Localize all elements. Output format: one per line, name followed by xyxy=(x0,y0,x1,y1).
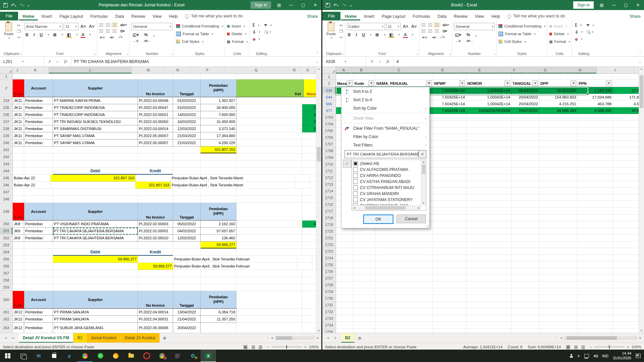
cell[interactable] xyxy=(375,288,433,295)
cell[interactable] xyxy=(302,270,317,277)
cell[interactable]: 16/03/2022 xyxy=(173,118,201,125)
column-header[interactable]: B xyxy=(352,67,371,73)
row-header[interactable]: 1722 xyxy=(322,241,336,248)
cell[interactable] xyxy=(53,270,138,277)
tab-insert[interactable]: Insert xyxy=(360,12,378,20)
cell[interactable]: 44.985.384 xyxy=(539,107,578,114)
alignment-dialog-launcher-icon[interactable]: ↘ xyxy=(126,53,129,56)
cell[interactable] xyxy=(173,146,201,154)
cell[interactable]: 59.956.277 xyxy=(138,263,173,270)
cell[interactable] xyxy=(512,268,539,275)
cell[interactable] xyxy=(466,161,512,168)
filter-dropdown-icon[interactable] xyxy=(504,80,510,86)
cell[interactable] xyxy=(578,154,613,161)
cell[interactable]: 4.948.392 xyxy=(578,107,613,114)
cell[interactable]: 05/02/2022 xyxy=(173,221,201,228)
row-header[interactable]: 255 xyxy=(0,256,13,263)
cell[interactable] xyxy=(539,201,578,208)
cell[interactable]: Debit xyxy=(53,168,138,175)
cell[interactable] xyxy=(466,241,512,248)
filter-active-icon[interactable] xyxy=(426,80,432,86)
cell[interactable]: Kode xyxy=(13,203,24,221)
column-header[interactable]: P xyxy=(191,67,224,73)
cell[interactable] xyxy=(539,127,578,134)
cell[interactable] xyxy=(302,168,317,175)
cell[interactable] xyxy=(302,203,317,221)
sort-a-to-z-item[interactable]: AZ↓Sort A to Z xyxy=(341,87,429,96)
cell[interactable] xyxy=(539,208,578,215)
cell[interactable] xyxy=(295,182,310,189)
cell[interactable] xyxy=(466,268,512,275)
tab-file[interactable]: File xyxy=(322,12,340,20)
tab-view[interactable]: View xyxy=(471,12,488,20)
taskbar-store[interactable] xyxy=(46,350,62,362)
cell[interactable] xyxy=(433,255,466,261)
cell[interactable] xyxy=(336,322,354,328)
cell[interactable]: Supplier xyxy=(53,203,138,221)
sheet-tab-detail-jv-koreksi-vs-fm[interactable]: Detail JV Koreksi VS FM xyxy=(19,333,73,343)
taskbar-excel[interactable]: X xyxy=(201,350,216,362)
row-header[interactable]: 1705 xyxy=(322,127,336,134)
tab-page-layout[interactable]: Page Layout xyxy=(56,12,87,20)
cell[interactable] xyxy=(302,161,317,168)
cell[interactable]: PT TRI CAHAYA SEJAHTERA BERSAMA xyxy=(53,235,138,242)
cell[interactable]: JK8 xyxy=(13,228,24,235)
cell[interactable] xyxy=(375,295,433,302)
cell[interactable] xyxy=(302,74,317,79)
cell[interactable] xyxy=(433,261,466,268)
cell[interactable] xyxy=(578,215,613,221)
cell[interactable] xyxy=(512,201,539,208)
cell[interactable]: JK11 xyxy=(13,118,24,125)
cell[interactable] xyxy=(539,134,578,141)
row-header[interactable]: 1729 xyxy=(322,288,336,295)
cell[interactable] xyxy=(539,215,578,221)
sort-z-to-a-item[interactable]: ZA↓Sort Z to A xyxy=(341,96,429,104)
cell[interactable] xyxy=(578,248,613,255)
cell[interactable]: 4 xyxy=(302,221,317,228)
cell[interactable] xyxy=(433,235,466,241)
cell[interactable] xyxy=(138,74,173,79)
cell[interactable] xyxy=(138,256,173,263)
taskbar-chrome[interactable] xyxy=(77,350,93,362)
number-dialog-launcher-icon[interactable]: ↘ xyxy=(493,53,496,56)
cell[interactable] xyxy=(336,295,354,302)
cell[interactable] xyxy=(539,161,578,168)
filter-dropdown-icon[interactable] xyxy=(532,80,538,86)
cell[interactable]: 7,60425E+14 xyxy=(433,107,466,114)
cell[interactable] xyxy=(578,134,613,141)
alignment-dialog-launcher-icon[interactable]: ↘ xyxy=(449,53,451,56)
cell[interactable] xyxy=(236,104,302,111)
cell[interactable]: Masa xyxy=(336,80,354,87)
cell[interactable] xyxy=(433,268,466,275)
cell[interactable] xyxy=(302,323,317,333)
align-middle-icon[interactable] xyxy=(428,23,432,26)
cell[interactable]: PT MARINE KARYA PRIMA xyxy=(53,97,138,104)
cell[interactable]: Penjualan Bulan April , Stok Tersedia Fe… xyxy=(173,256,298,263)
cell[interactable] xyxy=(53,154,138,161)
cell[interactable] xyxy=(302,291,317,309)
cell[interactable]: PI.2022.02.00003 xyxy=(138,221,173,228)
cell[interactable] xyxy=(336,74,354,80)
cell[interactable] xyxy=(236,235,302,242)
cell[interactable] xyxy=(173,249,201,256)
align-left-icon[interactable] xyxy=(99,29,103,33)
font-name-select[interactable]: Arial Narrow▾ xyxy=(24,23,63,30)
cell[interactable] xyxy=(173,277,201,284)
cell[interactable]: Bulan Apr 22 xyxy=(13,175,51,182)
row-header[interactable]: 1 xyxy=(0,74,13,79)
tab-file[interactable]: File xyxy=(0,12,18,20)
cell[interactable] xyxy=(236,249,302,256)
cell[interactable]: NAMA_PENJUAL xyxy=(375,80,433,87)
cell[interactable] xyxy=(13,263,24,270)
taskbar-mail[interactable]: ✉ xyxy=(31,350,46,362)
cell[interactable] xyxy=(539,141,578,147)
cell[interactable]: 2.162.160 xyxy=(201,221,236,228)
column-header[interactable]: E xyxy=(458,67,501,73)
bold-button[interactable]: B xyxy=(347,33,352,37)
cell[interactable] xyxy=(433,147,466,154)
cell[interactable]: Kredit xyxy=(138,249,173,256)
cell[interactable] xyxy=(236,203,302,221)
cell[interactable] xyxy=(138,284,173,291)
taskbar-task-view[interactable] xyxy=(15,350,31,362)
cell[interactable] xyxy=(466,208,512,215)
